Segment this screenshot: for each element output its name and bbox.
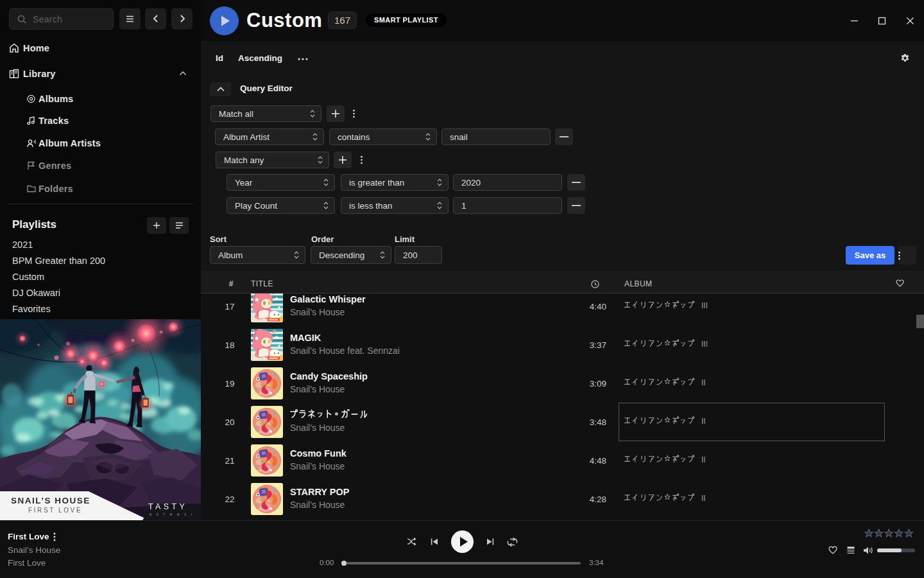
svg-text:TASTY: TASTY [148, 502, 187, 511]
svg-text:SNAIL’S HOUSE: SNAIL’S HOUSE [11, 496, 90, 505]
svg-text:B S T M M X I: B S T M M X I [150, 513, 194, 516]
svg-text:FIRST LOVE: FIRST LOVE [28, 507, 82, 514]
